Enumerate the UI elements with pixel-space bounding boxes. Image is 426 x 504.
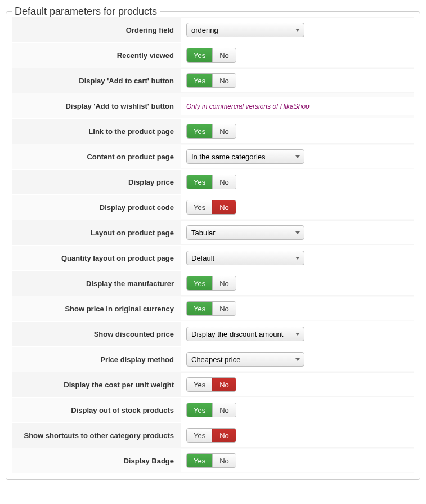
link-product-page-yes-button[interactable]: Yes [187,124,212,138]
label-recently-viewed: Recently viewed [12,46,181,65]
select-wrap: Cheapest price [186,352,304,367]
shortcuts-category-no-button[interactable]: No [212,429,236,442]
control-cell: YesNo [181,373,414,396]
label-price-display-method: Price display method [12,350,181,369]
display-price-toggle: YesNo [186,175,236,189]
row-show-discounted: Show discounted priceDisplay the discoun… [12,322,414,347]
row-quantity-layout: Quantity layout on product pageDefault [12,246,414,271]
select-wrap: ordering [186,23,304,37]
show-price-original-yes-button[interactable]: Yes [187,302,212,315]
row-display-product-code: Display product codeYesNo [12,195,414,220]
label-content-product-page: Content on product page [12,147,181,167]
row-out-of-stock: Display out of stock productsYesNo [12,398,414,423]
label-ordering-field: Ordering field [12,20,181,40]
add-to-cart-toggle: YesNo [186,73,236,88]
out-of-stock-yes-button[interactable]: Yes [187,403,212,417]
label-out-of-stock: Display out of stock products [12,400,181,420]
control-cell: YesNo [181,195,414,219]
display-manufacturer-no-button[interactable]: No [212,276,236,290]
fieldset-legend: Default parameters for products [12,6,160,17]
control-cell: YesNo [181,69,414,92]
recently-viewed-no-button[interactable]: No [212,48,236,62]
row-link-product-page: Link to the product pageYesNo [12,119,414,144]
label-show-price-original: Show price in original currency [12,299,181,319]
row-ordering-field: Ordering fieldordering [12,17,414,43]
control-cell: Cheapest price [181,347,414,371]
label-add-to-cart: Display 'Add to cart' button [12,71,181,91]
display-price-yes-button[interactable]: Yes [187,175,212,189]
content-product-page-select[interactable]: In the same categories [186,149,304,164]
ordering-field-select[interactable]: ordering [186,23,304,37]
row-display-badge: Display BadgeYesNo [12,448,414,474]
show-price-original-no-button[interactable]: No [212,302,236,315]
display-badge-no-button[interactable]: No [212,454,236,467]
shortcuts-category-yes-button[interactable]: Yes [187,429,212,442]
row-price-display-method: Price display methodCheapest price [12,347,414,372]
price-display-method-select[interactable]: Cheapest price [186,352,304,367]
row-content-product-page: Content on product pageIn the same categ… [12,144,414,170]
label-layout-product-page: Layout on product page [12,223,181,243]
label-shortcuts-category: Show shortcuts to other category product… [12,426,181,445]
control-cell: Display the discount amount [181,322,414,346]
label-link-product-page: Link to the product page [12,122,181,141]
control-cell: YesNo [181,271,414,295]
recently-viewed-toggle: YesNo [186,48,236,63]
display-badge-toggle: YesNo [186,453,236,468]
shortcuts-category-toggle: YesNo [186,428,236,443]
display-manufacturer-toggle: YesNo [186,276,236,291]
recently-viewed-yes-button[interactable]: Yes [187,48,212,62]
label-display-price: Display price [12,172,181,192]
display-product-code-no-button[interactable]: No [212,200,236,214]
label-display-manufacturer: Display the manufacturer [12,274,181,293]
row-display-price: Display priceYesNo [12,170,414,195]
row-add-to-cart: Display 'Add to cart' buttonYesNo [12,68,414,93]
cost-per-unit-weight-toggle: YesNo [186,377,236,392]
row-recently-viewed: Recently viewedYesNo [12,43,414,68]
control-cell: YesNo [181,398,414,422]
control-cell: YesNo [181,297,414,320]
display-manufacturer-yes-button[interactable]: Yes [187,276,212,290]
cost-per-unit-weight-no-button[interactable]: No [212,378,236,391]
select-wrap: Tabular [186,225,304,240]
out-of-stock-no-button[interactable]: No [212,403,236,417]
control-cell: Default [181,246,414,270]
display-product-code-yes-button[interactable]: Yes [187,200,212,214]
control-cell: YesNo [181,119,414,143]
quantity-layout-select[interactable]: Default [186,251,304,265]
link-product-page-no-button[interactable]: No [212,124,236,138]
control-cell: ordering [181,18,414,42]
control-cell: In the same categories [181,145,414,168]
link-product-page-toggle: YesNo [186,124,236,139]
out-of-stock-toggle: YesNo [186,403,236,417]
label-quantity-layout: Quantity layout on product page [12,248,181,268]
display-price-no-button[interactable]: No [212,175,236,189]
default-parameters-fieldset: Default parameters for products Ordering… [6,6,420,480]
control-cell: Tabular [181,221,414,244]
label-show-discounted: Show discounted price [12,324,181,344]
show-discounted-select[interactable]: Display the discount amount [186,327,304,341]
display-product-code-toggle: YesNo [186,200,236,215]
control-cell: YesNo [181,449,414,472]
row-show-price-original: Show price in original currencyYesNo [12,296,414,322]
control-cell: YesNo [181,43,414,67]
control-cell: YesNo [181,170,414,194]
label-display-badge: Display Badge [12,451,181,471]
layout-product-page-select[interactable]: Tabular [186,225,304,240]
add-to-cart-yes-button[interactable]: Yes [187,74,212,87]
cost-per-unit-weight-yes-button[interactable]: Yes [187,378,212,391]
label-add-to-wishlist: Display 'Add to wishlist' button [12,96,181,116]
row-layout-product-page: Layout on product pageTabular [12,220,414,246]
show-price-original-toggle: YesNo [186,301,236,316]
row-display-manufacturer: Display the manufacturerYesNo [12,271,414,296]
row-cost-per-unit-weight: Display the cost per unit weightYesNo [12,372,414,398]
label-display-product-code: Display product code [12,198,181,217]
label-cost-per-unit-weight: Display the cost per unit weight [12,375,181,395]
display-badge-yes-button[interactable]: Yes [187,454,212,467]
rows-container: Ordering fieldorderingRecently viewedYes… [12,17,414,474]
control-cell: Only in commercial versions of HikaShop [181,97,414,115]
select-wrap: Display the discount amount [186,327,304,341]
add-to-wishlist-note: Only in commercial versions of HikaShop [186,102,310,110]
row-add-to-wishlist: Display 'Add to wishlist' buttonOnly in … [12,93,414,119]
add-to-cart-no-button[interactable]: No [212,74,236,87]
row-shortcuts-category: Show shortcuts to other category product… [12,423,414,448]
